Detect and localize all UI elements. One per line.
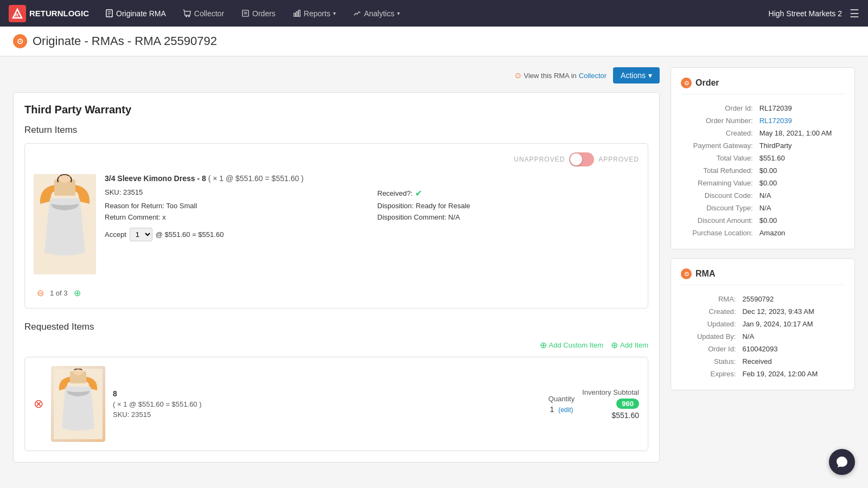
payment-gateway-row: Payment Gateway: ThirdParty <box>681 139 845 152</box>
main-column: ⊙ View this RMA in Collector Actions ▾ T… <box>13 67 660 473</box>
svg-point-7 <box>188 16 189 17</box>
content-area: ⊙ View this RMA in Collector Actions ▾ T… <box>0 56 868 484</box>
return-item-name: 3/4 Sleeve Kimono Dress - 8 ( × 1 @ $551… <box>105 174 639 183</box>
disposition-row: Disposition: Ready for Resale <box>378 202 640 210</box>
order-panel: ⊙ Order Order Id: RL172039 Order Number:… <box>671 67 855 249</box>
next-item-button[interactable]: ⊕ <box>71 286 84 299</box>
nav-reports[interactable]: Reports ▾ <box>285 6 343 21</box>
rma-created-row: Created: Dec 12, 2023, 9:43 AM <box>681 305 845 318</box>
remaining-value: $0.00 <box>758 177 845 189</box>
accept-area: Accept 1 @ $551.60 = $551.60 <box>105 228 639 241</box>
total-refunded-value: $0.00 <box>758 164 845 177</box>
order-icon: ⊙ <box>681 78 692 88</box>
requested-item-details: 8 ( × 1 @ $551.60 = $551.60 ) SKU: 23515 <box>113 389 541 419</box>
rma-created-value: Dec 12, 2023, 9:43 AM <box>741 305 845 318</box>
remove-item-button[interactable]: ⊗ <box>34 397 43 411</box>
actions-dropdown-icon: ▾ <box>648 71 652 80</box>
nav-orders[interactable]: Orders <box>234 6 283 21</box>
svg-rect-12 <box>296 12 298 16</box>
rma-order-id-row: Order Id: 610042093 <box>681 343 845 355</box>
created-row: Created: May 18, 2021, 1:00 AM <box>681 127 845 139</box>
rma-status-value: Received <box>741 355 845 368</box>
main-card: Third Party Warranty Return Items UNAPPR… <box>13 92 660 463</box>
order-number-row: Order Number: RL172039 <box>681 114 845 127</box>
brand-logo: R <box>9 5 26 22</box>
svg-rect-13 <box>298 10 300 16</box>
page-indicator: 1 of 3 <box>50 289 68 297</box>
requested-item-sku: SKU: 23515 <box>113 410 541 419</box>
toggle-unapproved-label: UNAPPROVED <box>514 156 565 163</box>
requested-item-calc: ( × 1 @ $551.60 = $551.60 ) <box>113 400 541 408</box>
rma-updated-by-row: Updated By: N/A <box>681 330 845 343</box>
prev-item-button[interactable]: ⊖ <box>34 286 47 299</box>
inventory-subtotal: $551.60 <box>582 411 639 420</box>
navbar-right: High Street Markets 2 ☰ <box>769 7 859 20</box>
payment-gateway-value: ThirdParty <box>758 139 845 152</box>
purchase-location-value: Amazon <box>758 227 845 239</box>
nav-collector-label: Collector <box>194 9 224 18</box>
requested-item-name: 8 <box>113 389 541 398</box>
return-item-meta: SKU: 23515 Received?: ✔ Reason for Retur… <box>105 188 639 221</box>
svg-text:R: R <box>15 12 19 18</box>
collector-link[interactable]: Collector <box>579 72 607 80</box>
received-row: Received?: ✔ <box>378 188 640 198</box>
nav-orders-label: Orders <box>252 9 276 18</box>
add-item-icon: ⊕ <box>611 340 618 350</box>
add-buttons: ⊕ Add Custom Item ⊕ Add Item <box>24 340 648 350</box>
return-item-box: UNAPPROVED APPROVED <box>24 143 648 309</box>
brand-name: RETURNLOGIC <box>29 9 89 18</box>
discount-type-value: N/A <box>758 202 845 214</box>
reason-row: Reason for Return: Too Small <box>105 202 367 210</box>
order-number-link[interactable]: RL172039 <box>760 117 792 125</box>
toggle-approved-label: APPROVED <box>598 156 639 163</box>
requested-item-image <box>51 366 105 442</box>
rma-number-row: RMA: 25590792 <box>681 293 845 305</box>
item-pagination: ⊖ 1 of 3 ⊕ <box>34 286 639 299</box>
page-title: Originate - RMAs - RMA 25590792 <box>33 34 217 48</box>
return-item-image <box>34 174 96 274</box>
nav-analytics[interactable]: Analytics ▾ <box>346 6 407 21</box>
reports-dropdown-icon: ▾ <box>333 10 336 16</box>
total-value-row: Total Value: $551.60 <box>681 152 845 164</box>
accept-qty-select[interactable]: 1 <box>130 228 152 241</box>
discount-code-row: Discount Code: N/A <box>681 189 845 202</box>
page-header-icon: ⊙ <box>13 34 27 48</box>
return-item-top: 3/4 Sleeve Kimono Dress - 8 ( × 1 @ $551… <box>34 174 639 274</box>
add-custom-item-button[interactable]: ⊕ Add Custom Item <box>540 340 603 350</box>
purchase-location-row: Purchase Location: Amazon <box>681 227 845 239</box>
actions-button[interactable]: Actions ▾ <box>613 67 660 84</box>
rma-expires-row: Expires: Feb 19, 2024, 12:00 AM <box>681 368 845 380</box>
requested-item: ⊗ 8 ( × 1 @ $551.60 = $551. <box>24 357 648 451</box>
chat-bubble[interactable] <box>829 449 855 475</box>
svg-point-6 <box>186 16 187 17</box>
return-item-details: 3/4 Sleeve Kimono Dress - 8 ( × 1 @ $551… <box>105 174 639 241</box>
rma-panel-title: ⊙ RMA <box>681 268 845 285</box>
rma-icon: ⊙ <box>681 268 692 279</box>
navbar: R RETURNLOGIC Originate RMA Collector Or… <box>0 0 868 27</box>
requested-items-title: Requested Items <box>24 322 648 332</box>
inventory-badge: 960 <box>616 399 639 409</box>
rma-updated-by-value: N/A <box>741 330 845 343</box>
nav-originate-rma[interactable]: Originate RMA <box>98 6 174 21</box>
store-name: High Street Markets 2 <box>769 9 842 18</box>
discount-code-value: N/A <box>758 189 845 202</box>
return-items-title: Return Items <box>24 125 648 136</box>
inventory-column: Inventory Subtotal 960 $551.60 <box>582 388 639 420</box>
discount-type-row: Discount Type: N/A <box>681 202 845 214</box>
comment-row: Return Comment: x <box>105 213 367 221</box>
approval-toggle[interactable] <box>569 152 594 166</box>
order-id-row: Order Id: RL172039 <box>681 102 845 114</box>
hamburger-icon[interactable]: ☰ <box>850 7 859 20</box>
brand[interactable]: R RETURNLOGIC <box>9 5 89 22</box>
nav-analytics-label: Analytics <box>364 9 394 18</box>
rma-updated-row: Updated: Jan 9, 2024, 10:17 AM <box>681 318 845 330</box>
page-header: ⊙ Originate - RMAs - RMA 25590792 <box>0 27 868 56</box>
edit-quantity-link[interactable]: (edit) <box>558 406 573 414</box>
remaining-value-row: Remaining Value: $0.00 <box>681 177 845 189</box>
add-custom-icon: ⊕ <box>540 340 547 350</box>
sku-row: SKU: 23515 <box>105 188 367 198</box>
created-value: May 18, 2021, 1:00 AM <box>758 127 845 139</box>
add-item-button[interactable]: ⊕ Add Item <box>611 340 648 350</box>
rma-updated-value: Jan 9, 2024, 10:17 AM <box>741 318 845 330</box>
nav-collector[interactable]: Collector <box>176 6 232 21</box>
